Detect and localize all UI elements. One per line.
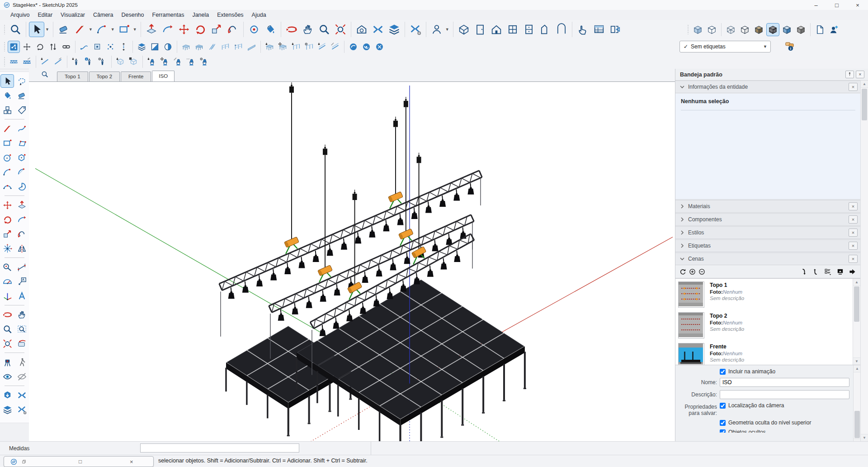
components-tool-icon[interactable] (0, 103, 14, 117)
mirror-tool-icon[interactable] (15, 242, 28, 255)
orbit-tool-icon[interactable] (284, 22, 299, 37)
zoom-tool-icon[interactable] (316, 22, 332, 37)
offset-ring-tool-icon[interactable] (246, 22, 262, 37)
section-close-icon[interactable]: × (849, 242, 858, 250)
rectangle-tool-icon[interactable] (0, 136, 14, 150)
move-tool-icon[interactable] (176, 22, 192, 37)
add-scene-icon[interactable] (688, 267, 697, 276)
plugin-crossing-tool-icon[interactable] (15, 388, 28, 402)
wire-box-fill-tool-icon[interactable] (127, 56, 140, 68)
rotated-rectangle-tool-icon[interactable] (15, 136, 28, 150)
stage-stairs-tool-icon[interactable] (206, 41, 218, 53)
swap-updown-tool-icon[interactable] (47, 41, 59, 53)
section-header-materiais[interactable]: Materiais× (675, 200, 861, 213)
scroll-up-icon[interactable]: ▲ (853, 279, 860, 286)
refresh-scene-icon[interactable] (678, 267, 688, 276)
section-close-icon[interactable]: × (849, 229, 858, 237)
tape-measure-tool-icon[interactable] (0, 260, 14, 274)
paint-bucket-tool-icon[interactable] (0, 89, 14, 102)
menu-arquivo[interactable]: Arquivo (6, 11, 33, 19)
eraser-tool-icon[interactable] (56, 22, 71, 37)
section-close-icon[interactable]: × (849, 202, 858, 210)
fixture-move-tool-icon[interactable] (159, 56, 171, 68)
tag-tool-icon[interactable] (15, 103, 28, 117)
hoist-info-tool-icon[interactable] (83, 56, 95, 68)
line-tool-icon[interactable] (72, 22, 88, 37)
render-option-1-icon[interactable] (347, 41, 359, 53)
pan-tool-icon[interactable] (15, 308, 28, 321)
render-option-3-icon[interactable] (373, 41, 386, 53)
offset-tool-icon[interactable] (15, 227, 28, 241)
push-pull-tool-icon[interactable] (15, 198, 28, 212)
three-point-arc-tool-icon[interactable] (0, 180, 14, 193)
walk-tool-icon[interactable] (15, 355, 28, 369)
tab-topo-1[interactable]: Topo 1 (57, 71, 88, 81)
measurements-input[interactable] (140, 443, 299, 453)
cabinet-icon-icon[interactable] (521, 22, 537, 37)
door-icon-icon[interactable] (472, 22, 488, 37)
rectangle-tool-icon[interactable] (117, 22, 132, 37)
scene-list-item[interactable]: FrenteFoto:NenhumSem descrição (675, 340, 854, 365)
circle-tool-icon[interactable] (0, 151, 14, 164)
protractor-tool-icon[interactable] (0, 275, 14, 288)
menu-desenho[interactable]: Desenho (117, 11, 148, 19)
layer-stack-tool-icon[interactable] (136, 41, 148, 53)
dropdown-caret-icon[interactable]: ▼ (111, 27, 115, 32)
rig-lines2-tool-icon[interactable] (329, 41, 341, 53)
drag-handle[interactable] (4, 42, 6, 52)
drop-rail-tool-icon[interactable] (290, 41, 302, 53)
crossing-settings-tool-icon[interactable] (408, 22, 423, 37)
next-scene-icon[interactable] (848, 267, 857, 276)
scrollbar-thumb[interactable] (862, 89, 867, 120)
fixture-settings-tool-icon[interactable] (198, 56, 210, 68)
drag-handle[interactable] (687, 24, 689, 34)
node-edit-tool-icon[interactable] (8, 41, 20, 53)
style-xray-icon[interactable] (691, 23, 704, 36)
rig-lines-tool-icon[interactable] (316, 41, 328, 53)
crossing-tool-icon[interactable] (370, 22, 386, 37)
tray-close-icon[interactable]: × (856, 71, 864, 78)
scene-list-scrollbar[interactable]: ▲▼ (853, 279, 860, 365)
scrollbar-thumb[interactable] (854, 286, 859, 322)
zoom-tool-icon[interactable] (0, 322, 14, 336)
tags-dropdown[interactable]: ✓ Sem etiquetas ▼ (679, 41, 771, 52)
text-tool-icon[interactable] (15, 275, 28, 288)
drag-handle[interactable] (4, 57, 6, 67)
scale-tool-icon[interactable] (209, 22, 224, 37)
spacing-tool-icon[interactable] (118, 41, 130, 53)
style-shaded-with-textures-icon[interactable] (766, 23, 779, 36)
truss-build-tool-icon[interactable] (8, 56, 20, 68)
hand-pick-tool-icon[interactable] (575, 22, 590, 37)
window-icon-icon[interactable] (505, 22, 520, 37)
drag-handle[interactable] (4, 24, 6, 34)
section-header-entity-info[interactable]: Informações da entidade× (675, 81, 861, 93)
pin-icon[interactable] (845, 71, 854, 78)
follow-me-tool-icon[interactable] (160, 22, 175, 37)
menu-ferramentas[interactable]: Ferramentas (148, 11, 189, 19)
axes-tool-icon[interactable] (0, 289, 14, 303)
panel-toggle-tool-icon[interactable] (608, 22, 623, 37)
scene-thumbnail[interactable] (678, 312, 704, 338)
menu-editar[interactable]: Editar (33, 11, 57, 19)
arc-tool-icon[interactable] (94, 22, 110, 37)
section-close-icon[interactable]: × (849, 215, 858, 224)
eraser-tool-icon[interactable] (15, 89, 28, 102)
scene-description-input[interactable] (720, 390, 849, 399)
tab-iso[interactable]: ISO (152, 71, 175, 81)
checkbox-camera-location[interactable] (720, 403, 726, 409)
checkbox-hidden-objects[interactable] (720, 429, 726, 433)
curve-edit-tool-icon[interactable] (78, 41, 90, 53)
hoist-insert-tool-icon[interactable] (70, 56, 82, 68)
dropdown-caret-icon[interactable]: ▼ (45, 27, 49, 32)
style-back-edges-icon[interactable] (705, 23, 718, 36)
instructor-feedback-icon[interactable] (783, 40, 796, 53)
new-file-button-icon[interactable] (813, 23, 826, 36)
checkbox-hidden-geometry[interactable] (720, 420, 726, 426)
move-scene-down-icon[interactable] (799, 267, 808, 276)
offset-tool-icon[interactable] (225, 22, 241, 37)
remove-scene-icon[interactable] (697, 267, 707, 276)
position-camera-tool-icon[interactable] (0, 355, 14, 369)
scroll-up-icon[interactable]: ▲ (854, 365, 861, 372)
drop-stage2-tool-icon[interactable] (277, 41, 289, 53)
restore-icon[interactable] (22, 459, 27, 464)
